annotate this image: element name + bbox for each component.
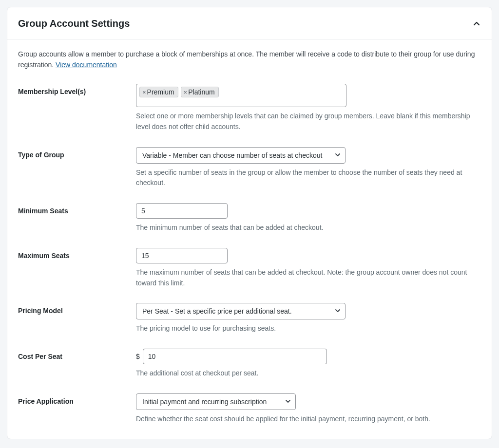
cost-per-seat-input[interactable]: [143, 349, 327, 364]
label-minimum-seats: Minimum Seats: [18, 203, 136, 215]
help-minimum-seats: The minimum number of seats that can be …: [136, 223, 481, 233]
help-maximum-seats: The maximum number of seats that can be …: [136, 267, 481, 288]
help-pricing-model: The pricing model to use for purchasing …: [136, 323, 481, 334]
cost-per-seat-inline: $: [136, 349, 481, 364]
group-account-settings-panel: Group Account Settings Group accounts al…: [7, 7, 492, 439]
row-maximum-seats: Maximum Seats The maximum number of seat…: [18, 248, 481, 288]
row-type-of-group: Type of Group Variable - Member can choo…: [18, 147, 481, 188]
close-icon[interactable]: ×: [184, 89, 188, 95]
close-icon[interactable]: ×: [142, 89, 146, 95]
chevron-up-icon[interactable]: [472, 19, 481, 28]
price-application-select[interactable]: Initial payment and recurring subscripti…: [136, 393, 296, 410]
row-cost-per-seat: Cost Per Seat $ The additional cost at c…: [18, 349, 481, 379]
help-price-application: Define whether the seat cost should be a…: [136, 414, 481, 425]
membership-levels-tag-input[interactable]: ×Premium×Platinum: [136, 84, 346, 107]
label-maximum-seats: Maximum Seats: [18, 248, 136, 260]
row-price-application: Price Application Initial payment and re…: [18, 393, 481, 425]
tag[interactable]: ×Premium: [139, 87, 178, 97]
control-pricing-model: Per Seat - Set a specific price per addi…: [136, 303, 481, 334]
help-type-of-group: Set a specific number of seats in the gr…: [136, 168, 481, 188]
panel-body: Group accounts allow a member to purchas…: [7, 39, 492, 439]
control-price-application: Initial payment and recurring subscripti…: [136, 393, 481, 425]
label-type-of-group: Type of Group: [18, 147, 136, 159]
row-membership-levels: Membership Level(s) ×Premium×Platinum Se…: [18, 84, 481, 132]
panel-description: Group accounts allow a member to purchas…: [18, 49, 481, 70]
maximum-seats-input[interactable]: [136, 248, 228, 263]
currency-symbol: $: [136, 353, 140, 360]
control-cost-per-seat: $ The additional cost at checkout per se…: [136, 349, 481, 379]
help-membership-levels: Select one or more membership levels tha…: [136, 111, 481, 132]
label-price-application: Price Application: [18, 393, 136, 405]
help-cost-per-seat: The additional cost at checkout per seat…: [136, 368, 481, 379]
row-pricing-model: Pricing Model Per Seat - Set a specific …: [18, 303, 481, 334]
control-membership-levels: ×Premium×Platinum Select one or more mem…: [136, 84, 481, 132]
panel-title: Group Account Settings: [18, 18, 130, 29]
row-minimum-seats: Minimum Seats The minimum number of seat…: [18, 203, 481, 233]
pricing-model-select[interactable]: Per Seat - Set a specific price per addi…: [136, 303, 345, 319]
control-minimum-seats: The minimum number of seats that can be …: [136, 203, 481, 233]
tag[interactable]: ×Platinum: [181, 87, 219, 97]
type-of-group-select[interactable]: Variable - Member can choose number of s…: [136, 147, 345, 164]
label-pricing-model: Pricing Model: [18, 303, 136, 315]
view-documentation-link[interactable]: View documentation: [56, 61, 117, 69]
label-membership-levels: Membership Level(s): [18, 84, 136, 95]
control-maximum-seats: The maximum number of seats that can be …: [136, 248, 481, 288]
pricing-model-select-wrap: Per Seat - Set a specific price per addi…: [136, 303, 345, 319]
control-type-of-group: Variable - Member can choose number of s…: [136, 147, 481, 188]
label-cost-per-seat: Cost Per Seat: [18, 349, 136, 360]
type-of-group-select-wrap: Variable - Member can choose number of s…: [136, 147, 345, 164]
price-application-select-wrap: Initial payment and recurring subscripti…: [136, 393, 296, 410]
panel-header[interactable]: Group Account Settings: [7, 7, 492, 39]
minimum-seats-input[interactable]: [136, 203, 228, 219]
